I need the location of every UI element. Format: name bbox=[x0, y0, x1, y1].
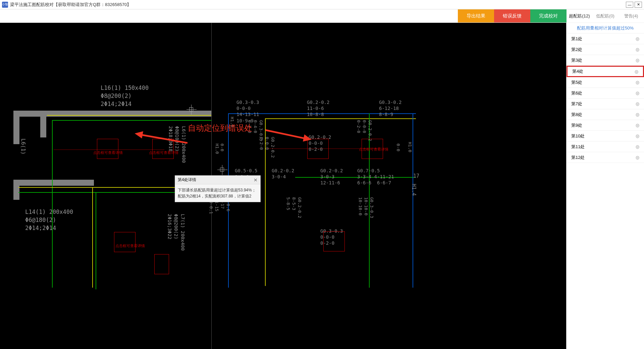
export-button[interactable]: 导出结果 bbox=[458, 9, 494, 22]
issue-item-6[interactable]: 第6处◎ bbox=[567, 88, 644, 99]
minimize-button[interactable]: — bbox=[626, 2, 633, 8]
issue-item-8[interactable]: 第8处◎ bbox=[567, 109, 644, 120]
issue-item-10[interactable]: 第10处◎ bbox=[567, 131, 644, 141]
locate-icon[interactable]: ◎ bbox=[636, 155, 639, 160]
tooltip-title: 第4处详情 bbox=[178, 177, 196, 183]
grid-g7: G0.2-0.2 3-0-4 bbox=[272, 168, 294, 180]
grid-gv7: G0.3-0.3 10-10-0 10-10-0 bbox=[357, 197, 374, 218]
issue-item-11[interactable]: 第11处◎ bbox=[567, 141, 644, 152]
sidebar: 配筋用量相对计算值超过50% 第1处◎第2处◎第3处◎第4处◎第5处◎第6处◎第… bbox=[566, 23, 644, 349]
filter-tabs: 超配筋(12) 低配筋(0) 警告(4) bbox=[567, 9, 644, 22]
locate-icon[interactable]: ◎ bbox=[636, 80, 639, 85]
issue-label: 第2处 bbox=[571, 47, 582, 53]
locate-icon[interactable]: ◎ bbox=[636, 36, 639, 41]
tab-under-reinforced[interactable]: 低配筋(0) bbox=[592, 9, 618, 22]
issue-label: 第3处 bbox=[571, 57, 582, 63]
issue-label: 第11处 bbox=[571, 144, 585, 150]
wall-mid bbox=[13, 180, 94, 186]
issue-label: 第8处 bbox=[571, 112, 582, 118]
issue-item-3[interactable]: 第3处◎ bbox=[567, 55, 644, 66]
line bbox=[52, 120, 211, 121]
error-box-5[interactable] bbox=[114, 232, 136, 252]
tooltip-header: 第4处详情 ✕ bbox=[175, 176, 260, 184]
locate-icon[interactable]: ◎ bbox=[636, 91, 639, 96]
grid-g8: G0.2-0.2 3-0-3 12-11-6 bbox=[320, 168, 343, 186]
issue-item-5[interactable]: 第5处◎ bbox=[567, 77, 644, 88]
tab-over-reinforced[interactable]: 超配筋(12) bbox=[567, 9, 592, 22]
beam-label-l7: L7(1) 200x400 Φ8@200(2) 2Φ16;3Φ22 bbox=[166, 214, 186, 251]
line bbox=[92, 187, 93, 288]
tooltip-body: 下部通长筋配筋用量超过计算值超53.94%；配筋为2根14，实配面积307.88… bbox=[175, 184, 260, 202]
cad-canvas[interactable]: L16(1) 150x400 Φ8@200(2) 2Φ14;2Φ14 L14(1… bbox=[0, 23, 566, 349]
issue-list: 第1处◎第2处◎第3处◎第4处◎第5处◎第6处◎第7处◎第8处◎第9处◎第10处… bbox=[567, 34, 644, 349]
wall-left2 bbox=[13, 180, 19, 200]
error-hint-1: 点击框可查看详情 bbox=[93, 150, 123, 155]
line bbox=[52, 120, 53, 288]
wall-col1 bbox=[40, 111, 46, 137]
beam-label-l6: L6(1) bbox=[19, 138, 27, 155]
issue-label: 第10处 bbox=[571, 133, 585, 139]
beam-label-l14: L14(1) 200x400 Φ6@180(2) 2Φ14;2Φ14 bbox=[25, 208, 73, 232]
detail-tooltip: 第4处详情 ✕ 下部通长筋配筋用量超过计算值超53.94%；配筋为2根14，实配… bbox=[175, 175, 261, 202]
beam-label-l16: L16(1) 150x400 Φ8@200(2) 2Φ14;2Φ14 bbox=[101, 84, 149, 108]
grid-g3: G0.3-0.2 6-12-18 8-8-9 bbox=[379, 99, 401, 118]
main-content: L16(1) 150x400 Φ8@200(2) 2Φ14;2Φ14 L14(1… bbox=[0, 23, 644, 349]
issue-label: 第9处 bbox=[571, 122, 582, 128]
issue-label: 第1处 bbox=[571, 36, 582, 42]
app-icon: 小智 bbox=[2, 2, 8, 8]
cursor-box2 bbox=[220, 168, 224, 172]
issue-item-1[interactable]: 第1处◎ bbox=[567, 34, 644, 44]
error-hint-4: 点击框可查看详情 bbox=[115, 243, 145, 248]
line bbox=[265, 118, 416, 119]
window-title: 梁平法施工图配筋校对【获取帮助请加官方Q群：832658570】 bbox=[10, 2, 626, 8]
close-button[interactable]: ✕ bbox=[635, 2, 642, 8]
issue-item-9[interactable]: 第9处◎ bbox=[567, 120, 644, 131]
grid-gv1: 0-0 H1.0 bbox=[215, 143, 225, 154]
tab-warnings[interactable]: 警告(4) bbox=[618, 9, 644, 22]
issue-item-2[interactable]: 第2处◎ bbox=[567, 44, 644, 55]
issue-label: 第5处 bbox=[571, 79, 582, 85]
error-feedback-button[interactable]: 错误反馈 bbox=[494, 9, 530, 22]
titlebar: 小智 梁平法施工图配筋校对【获取帮助请加官方Q群：832658570】 — ✕ bbox=[0, 0, 644, 9]
error-box-6[interactable] bbox=[323, 231, 345, 251]
locate-icon[interactable]: ◎ bbox=[635, 69, 638, 74]
wall-left bbox=[13, 111, 19, 144]
issue-label: 第4处 bbox=[572, 68, 583, 74]
line bbox=[96, 192, 96, 289]
error-box-7[interactable] bbox=[154, 254, 169, 274]
complete-button[interactable]: 完成校对 bbox=[530, 9, 567, 22]
line bbox=[295, 177, 416, 178]
issue-item-4[interactable]: 第4处◎ bbox=[567, 66, 644, 77]
locate-icon[interactable]: ◎ bbox=[636, 144, 639, 149]
locate-icon[interactable]: ◎ bbox=[636, 47, 639, 52]
locate-icon[interactable]: ◎ bbox=[636, 133, 639, 138]
issue-item-12[interactable]: 第12处◎ bbox=[567, 152, 644, 163]
grid-17: 17 bbox=[413, 173, 419, 179]
issue-label: 第6处 bbox=[571, 90, 582, 96]
grid-g2: G0.2-0.2 11-0-6 10-8-8 bbox=[307, 99, 329, 118]
locate-icon[interactable]: ◎ bbox=[636, 101, 639, 106]
issue-label: 第7处 bbox=[571, 101, 582, 107]
locate-icon[interactable]: ◎ bbox=[636, 123, 639, 128]
sidebar-header: 配筋用量相对计算值超过50% bbox=[567, 23, 644, 34]
error-box-1[interactable] bbox=[97, 139, 118, 159]
grid-gv3: G0.2-0.2 0-0-0 0-2-0 bbox=[258, 137, 275, 158]
issue-item-7[interactable]: 第7处◎ bbox=[567, 99, 644, 109]
locate-icon[interactable]: ◎ bbox=[636, 112, 639, 117]
grid-gv4: 0-0 bbox=[396, 143, 401, 151]
locate-icon[interactable]: ◎ bbox=[636, 58, 639, 63]
issue-label: 第12处 bbox=[571, 155, 585, 161]
window-controls: — ✕ bbox=[626, 2, 642, 8]
tooltip-close-icon[interactable]: ✕ bbox=[254, 177, 258, 183]
grid-h14: H1.4 bbox=[411, 184, 417, 196]
grid-h10b: H1.0 bbox=[408, 142, 413, 152]
error-hint-3: 点击框可查看详情 bbox=[359, 147, 388, 152]
cursor-box bbox=[189, 107, 193, 111]
annotation-text: 自动定位到错误处 bbox=[188, 123, 252, 133]
grid-gv6: G0.2-0.2 8-5-3 5-8-5 bbox=[285, 197, 302, 218]
line bbox=[413, 113, 413, 288]
toolbar: 导出结果 错误反馈 完成校对 超配筋(12) 低配筋(0) 警告(4) bbox=[0, 9, 644, 23]
error-hint-2: 点击框可查看详情 bbox=[149, 150, 178, 155]
line bbox=[47, 115, 211, 116]
grid-g5: G0.2-0.2 0-0-0 0-2-0 bbox=[356, 120, 373, 141]
